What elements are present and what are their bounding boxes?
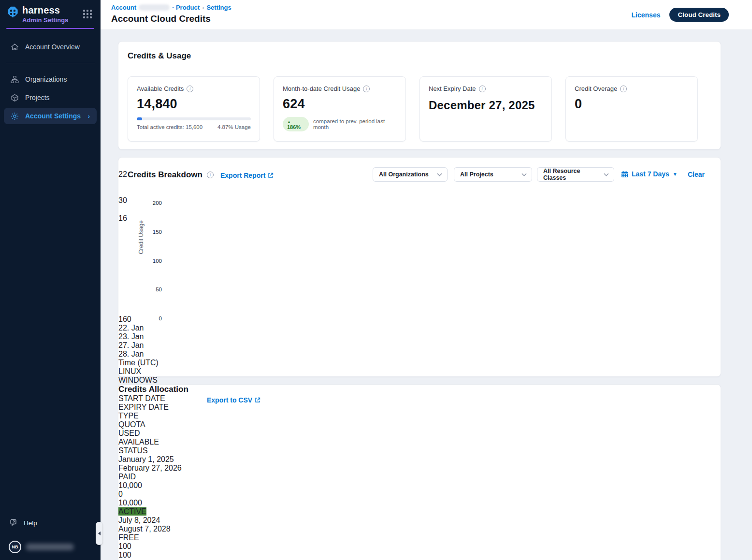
info-icon[interactable]: i [207,172,214,178]
filter-value: All Organizations [379,171,429,178]
filter-dropdown-all-resource-classes[interactable]: All Resource Classes [537,167,614,182]
y-tick-label: 50 [137,287,162,292]
x-axis: 22. Jan23. Jan27. Jan28. Jan [118,324,721,359]
filter-value: All Resource Classes [543,168,604,181]
gear-icon [11,112,19,120]
filter-dropdown-all-organizations[interactable]: All Organizations [373,167,448,182]
credit-overage-card: Credit Overagei 0 [565,76,698,142]
bar-27-Jan[interactable] [118,205,721,214]
avatar[interactable]: NB [9,541,21,553]
chevron-right-icon: › [88,113,90,120]
user-name-redacted [26,544,74,550]
sidebar-item-label: Account Settings [25,112,81,120]
sidebar: harness Admin Settings Account Overview … [0,0,101,560]
export-report-link[interactable]: Export Report [220,172,274,179]
status-badge: ACTIVE [118,507,146,516]
column-header: AVAILABLE [118,438,721,446]
cell-quota: 10,000 [118,481,721,490]
page-title: Account Cloud Credits [111,14,211,24]
legend-item-linux[interactable]: LINUX [118,367,721,376]
external-link-icon [268,172,274,178]
legend-item-windows[interactable]: WINDOWS [118,376,721,385]
info-icon[interactable]: i [479,86,486,92]
breadcrumb-account[interactable]: Account [111,4,136,11]
available-credits-card: Available Creditsi 14,840 Total active c… [128,76,260,142]
sidebar-item-label: Account Overview [25,43,80,51]
table-row[interactable]: July 8, 2024August 7, 2028FREE1001000ACT… [118,516,721,560]
bar-value-label: 16 [118,214,721,223]
breadcrumb: Account - Product › Settings [111,4,231,11]
sidebar-item-account-overview[interactable]: Account Overview [4,39,97,55]
available-credits-label: Available Credits [137,85,184,92]
info-icon[interactable]: i [620,86,627,92]
brand-subtitle: Admin Settings [22,16,80,24]
credits-breakdown-panel: Credits Breakdown i Export Report All Or… [118,157,721,377]
date-range-filter[interactable]: Last 7 Days ▼ [621,170,678,178]
sidebar-item-account-settings[interactable]: Account Settings › [4,108,97,124]
cell-used: 100 [118,551,721,560]
trend-badge: 186% [283,117,309,131]
cell-available: 10,000 [118,499,721,507]
y-axis: 050100150200 [137,203,162,318]
cell-start: July 8, 2024 [118,516,721,525]
y-tick-label: 0 [137,316,162,321]
y-tick-label: 100 [137,258,162,264]
sidebar-item-label: Organizations [25,75,67,83]
x-axis-label: Time (UTC) [118,359,721,367]
cloud-credits-button[interactable]: Cloud Credits [669,8,729,22]
x-tick-label: 22. Jan [118,324,721,332]
breadcrumb-settings[interactable]: Settings [206,4,231,11]
help-button[interactable]: Help [7,516,94,530]
credits-usage-panel: Credits & Usage Available Creditsi 14,84… [118,41,721,150]
info-icon[interactable]: i [363,86,370,92]
filter-dropdown-all-projects[interactable]: All Projects [454,167,532,182]
allocation-table: START DATEEXPIRY DATETYPEQUOTAUSEDAVAILA… [118,394,721,560]
legend-label: LINUX [118,367,141,375]
x-tick-label: 27. Jan [118,341,721,350]
bar-28-Jan[interactable] [118,223,721,315]
available-credits-value: 14,840 [137,97,251,112]
info-icon[interactable]: i [187,86,193,92]
clear-filters-link[interactable]: Clear [688,171,705,178]
credits-progress-bar [137,117,251,120]
x-tick-label: 23. Jan [118,332,721,341]
sidebar-item-projects[interactable]: Projects [4,89,97,106]
caret-down-icon: ▼ [673,172,678,177]
external-link-icon [255,397,260,403]
credits-breakdown-chart: 223016160 [118,158,721,324]
licenses-link[interactable]: Licenses [632,11,661,19]
credits-breakdown-title: Credits Breakdown [128,170,202,180]
cell-start: January 1, 2025 [118,455,721,464]
mtd-usage-label: Month-to-date Credit Usage [283,85,360,92]
next-expiry-value: December 27, 2025 [429,98,543,113]
brand-underline [6,28,94,29]
breadcrumb-redacted [139,4,170,11]
usage-percent: 4.87% Usage [217,124,251,130]
sidebar-item-organizations[interactable]: Organizations [4,71,97,87]
home-icon [11,43,19,51]
export-csv-link[interactable]: Export to CSV [207,396,260,404]
sidebar-collapse-handle[interactable] [96,522,102,545]
help-chat-icon [10,518,18,527]
app-grid-icon[interactable] [83,10,94,20]
column-header: TYPE [118,412,721,420]
credit-overage-label: Credit Overage [575,85,617,92]
cell-used: 0 [118,490,721,499]
column-header: EXPIRY DATE [118,403,721,412]
breadcrumb-product[interactable]: - Product [172,4,200,11]
mtd-usage-card: Month-to-date Credit Usagei 624 186% com… [274,76,406,142]
legend-label: WINDOWS [118,376,158,384]
brand-name: harness [22,5,80,16]
credits-allocation-title: Credits Allocation [118,385,188,394]
cell-expiry: February 27, 2026 [118,464,721,473]
date-range-label: Last 7 Days [632,170,669,178]
cell-quota: 100 [118,542,721,551]
bar-value-label: 160 [118,315,721,324]
next-expiry-card: Next Expiry Datei December 27, 2025 [419,76,552,142]
trend-note: compared to prev. period last month [313,118,397,130]
page-header: Account - Product › Settings Account Clo… [101,0,752,30]
mtd-usage-value: 624 [283,97,397,112]
table-row[interactable]: January 1, 2025February 27, 2026PAID10,0… [118,455,721,516]
credits-usage-title: Credits & Usage [128,51,711,61]
cell-type: FREE [118,533,721,542]
